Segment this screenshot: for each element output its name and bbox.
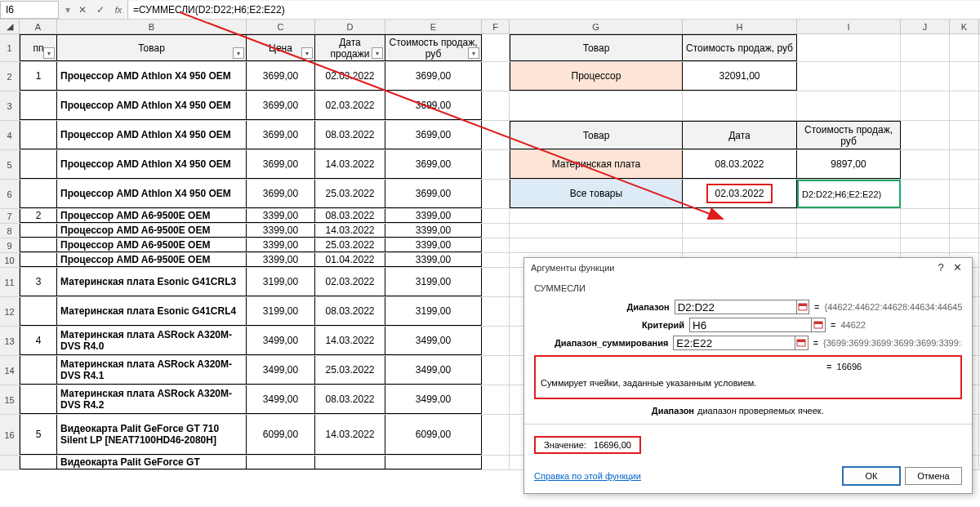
cell[interactable]: [482, 356, 510, 385]
col-header[interactable]: H: [683, 20, 797, 33]
filter-button[interactable]: [301, 47, 313, 59]
cell[interactable]: 02.03.2022: [315, 268, 385, 296]
cell[interactable]: [482, 209, 510, 223]
name-box[interactable]: I6: [0, 1, 59, 19]
cell[interactable]: Процессор AMD A6-9500E OEM: [57, 253, 247, 267]
cell[interactable]: [482, 268, 510, 296]
table-header[interactable]: пп: [20, 34, 57, 61]
cell[interactable]: 9897,00: [797, 150, 901, 179]
cell[interactable]: Видеокарта Palit GeForce GT 710 Silent L…: [57, 415, 247, 455]
cell[interactable]: 3499,00: [247, 385, 315, 414]
cell[interactable]: 25.03.2022: [315, 238, 385, 252]
cell[interactable]: [510, 238, 683, 252]
cell[interactable]: 4: [20, 327, 57, 355]
cell[interactable]: 3399,00: [385, 253, 482, 267]
table-header[interactable]: Стоимость продаж, руб: [797, 121, 901, 149]
col-header[interactable]: B: [57, 20, 247, 33]
cell[interactable]: [510, 209, 683, 223]
cell[interactable]: [950, 238, 979, 252]
row-header[interactable]: 7: [0, 209, 20, 223]
row-header[interactable]: 9: [0, 238, 20, 252]
cell[interactable]: [482, 297, 510, 326]
help-link[interactable]: Справка по этой функции: [534, 471, 641, 481]
cell[interactable]: 3399,00: [247, 238, 315, 252]
cell[interactable]: [510, 224, 683, 238]
row-header[interactable]: [0, 456, 20, 469]
col-header[interactable]: I: [797, 20, 901, 33]
cell[interactable]: [683, 91, 797, 120]
name-box-dropdown[interactable]: ▾: [62, 4, 74, 16]
col-header[interactable]: G: [510, 20, 683, 33]
cell[interactable]: 3699,00: [247, 150, 315, 179]
cell[interactable]: [20, 456, 57, 469]
cell[interactable]: Материнская плата ASRock A320M-DVS R4.1: [57, 356, 247, 385]
cell[interactable]: 3399,00: [247, 224, 315, 238]
col-header[interactable]: K: [950, 20, 979, 33]
table-header[interactable]: Стоимость продаж, руб: [683, 34, 797, 61]
cell[interactable]: [797, 62, 901, 91]
table-header[interactable]: Цена: [247, 34, 315, 61]
cell[interactable]: [482, 121, 510, 149]
cell[interactable]: 3499,00: [247, 327, 315, 355]
cell[interactable]: [20, 238, 57, 252]
col-header[interactable]: C: [247, 20, 315, 33]
filter-button[interactable]: [43, 47, 55, 59]
cell[interactable]: [482, 415, 510, 455]
cell[interactable]: [797, 91, 901, 120]
cell[interactable]: Процессор AMD Athlon X4 950 OEM: [57, 62, 247, 91]
cancel-formula-icon[interactable]: ✕: [74, 4, 91, 16]
row-header[interactable]: 4: [0, 121, 20, 149]
cell[interactable]: [901, 121, 950, 149]
cell[interactable]: 3: [20, 268, 57, 296]
cell[interactable]: 3399,00: [247, 209, 315, 223]
cell[interactable]: 3499,00: [385, 385, 482, 414]
formula-input[interactable]: [127, 1, 980, 19]
table-header[interactable]: Товар: [510, 121, 683, 149]
row-header[interactable]: 13: [0, 327, 20, 355]
cell[interactable]: [901, 209, 950, 223]
cell[interactable]: [20, 224, 57, 238]
cell[interactable]: [797, 209, 901, 223]
cell[interactable]: [797, 34, 901, 61]
cell[interactable]: Процессор: [510, 62, 683, 91]
col-header[interactable]: D: [315, 20, 385, 33]
row-header[interactable]: 5: [0, 150, 20, 179]
select-all-corner[interactable]: ◢: [0, 20, 20, 33]
help-icon[interactable]: ?: [933, 261, 949, 274]
cell[interactable]: Процессор AMD Athlon X4 950 OEM: [57, 121, 247, 149]
cell[interactable]: Процессор AMD Athlon X4 950 OEM: [57, 91, 247, 120]
cell[interactable]: [510, 91, 683, 120]
col-header[interactable]: E: [385, 20, 482, 33]
cell[interactable]: [482, 180, 510, 208]
filter-button[interactable]: [468, 47, 479, 59]
table-header[interactable]: Дата продажи: [315, 34, 385, 61]
cell[interactable]: 32091,00: [683, 62, 797, 91]
ok-button[interactable]: ОК: [843, 467, 900, 485]
cell[interactable]: [950, 121, 979, 149]
cell[interactable]: 2: [20, 209, 57, 223]
cell[interactable]: [950, 224, 979, 238]
cell[interactable]: 3699,00: [385, 91, 482, 120]
cell[interactable]: [482, 238, 510, 252]
arg-input-criteria[interactable]: [689, 318, 812, 332]
cell[interactable]: [950, 62, 979, 91]
row-header[interactable]: 8: [0, 224, 20, 238]
row-header[interactable]: 14: [0, 356, 20, 385]
cell[interactable]: [247, 456, 315, 469]
table-header[interactable]: Товар: [510, 34, 683, 61]
cell[interactable]: 3699,00: [385, 150, 482, 179]
cell[interactable]: [683, 224, 797, 238]
col-header[interactable]: J: [901, 20, 950, 33]
cell[interactable]: 6099,00: [247, 415, 315, 455]
cell[interactable]: 3699,00: [247, 62, 315, 91]
cell[interactable]: 3499,00: [247, 356, 315, 385]
cell[interactable]: 3699,00: [247, 91, 315, 120]
cell[interactable]: 14.03.2022: [315, 327, 385, 355]
accept-formula-icon[interactable]: ✓: [91, 4, 109, 16]
cell[interactable]: [901, 180, 950, 208]
cell[interactable]: [950, 91, 979, 120]
cell[interactable]: [901, 91, 950, 120]
col-header[interactable]: A: [20, 20, 57, 33]
cell[interactable]: 3399,00: [385, 238, 482, 252]
arg-input-sumrange[interactable]: [673, 336, 795, 350]
